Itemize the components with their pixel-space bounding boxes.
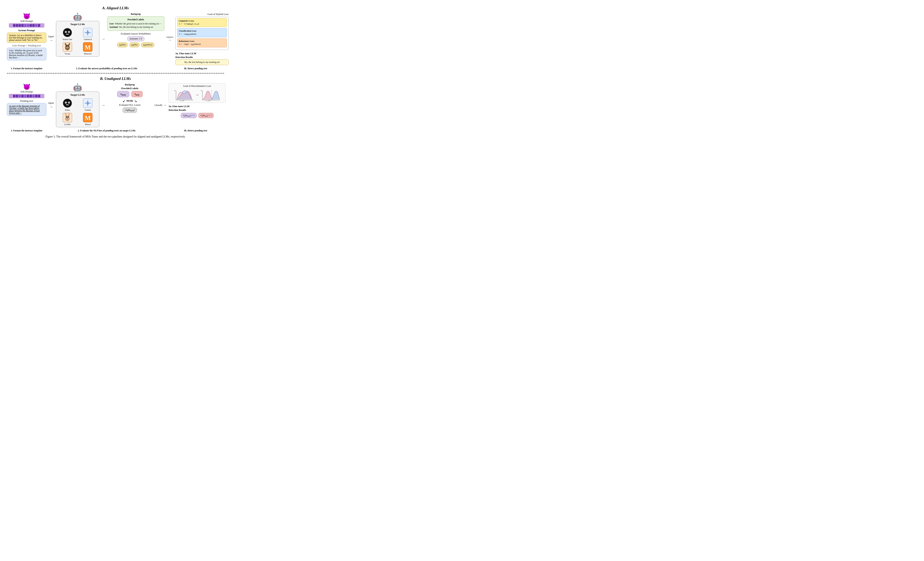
- svg-rect-23: [66, 105, 69, 105]
- llm-item-pythia-b: Pythia: [58, 98, 77, 111]
- svg-text:(x): (x): [208, 99, 210, 101]
- llm-name-pythia: Pythia-Chat: [63, 38, 72, 41]
- svg-point-18: [63, 99, 72, 107]
- finetune-label-b: 3a. Fine-tune LLM: [168, 105, 226, 108]
- gemma-icon: [82, 27, 93, 38]
- arrow-sym-b2: →: [101, 103, 105, 107]
- loss1-formula: ℒ = − Σ log(pθ(ti | x<i)): [179, 23, 199, 25]
- svg-text:ℒ: ℒ: [206, 99, 207, 101]
- input-arrow-b: Input →: [48, 102, 54, 109]
- svg-text:τ: τ: [211, 90, 212, 91]
- llm-item-gemma: Gemma-It: [78, 27, 98, 41]
- section-b-title: B. Unaligned LLMs: [7, 77, 224, 81]
- detection-results-label-a: Detection Results: [176, 56, 229, 59]
- step2-a: 2. Evaluate the answer probability of pe…: [48, 67, 165, 70]
- divide-arrows: ↙ Divide ↘: [107, 99, 153, 103]
- col-b-labels: Backprop Provided Labels xmem xnon ↙ Div…: [107, 83, 153, 114]
- prompt-block: [32, 24, 35, 27]
- classify-label: Classify: [154, 104, 163, 107]
- svg-point-31: [66, 117, 68, 119]
- prompt-block-b: [13, 95, 15, 98]
- detection-box-a: Yes, the text belong to my training set: [176, 59, 229, 65]
- provided-labels-title-b: Provided Labels: [107, 87, 153, 90]
- arrow-down-right: ↘: [134, 99, 137, 103]
- soft-prompt-area-b: 😈 Soft Prompt: [7, 83, 46, 98]
- svg-point-29: [66, 116, 67, 117]
- detect-pill-row-b: ℒθ(xmem) < τ ℒθ(xnon) > τ: [168, 113, 226, 118]
- finetune-label-a: 3a. Fine-tune LLM: [176, 52, 229, 55]
- prompt-block-b: [18, 95, 21, 98]
- arrow-down-left: ↙: [123, 99, 126, 103]
- provided-labels-title-a: Provided Labels: [110, 18, 162, 21]
- svg-text:θ: θ: [207, 101, 208, 101]
- svg-point-0: [63, 28, 72, 37]
- step1-a: 1. Format the instruct template: [7, 67, 46, 70]
- llm-name-pythia-b: Pythia: [65, 109, 70, 111]
- system-prompt-section-label: System Prompt: [7, 29, 46, 32]
- prompt-block-b: [30, 95, 32, 98]
- target-box-title-b: Target LLMs: [58, 93, 98, 96]
- prompt-block: [24, 24, 26, 27]
- prob-others: pθ(others): [141, 42, 154, 47]
- chart-after: p τ ℒθ(x): [201, 89, 220, 101]
- backprop-label-a: Backprop: [107, 13, 164, 16]
- soft-prompt-bar-b: [9, 94, 44, 98]
- provided-labels-text-a: User: Whether the given text is used in …: [110, 22, 162, 29]
- xnon-pill: xnon: [131, 91, 143, 97]
- pythia-icon-b: [62, 98, 73, 108]
- svg-text:ℒ: ℒ: [180, 99, 181, 101]
- user-box-text-a: User: Whether the given text is used in …: [9, 49, 43, 59]
- soft-prompt-area-a: 😈 Soft Prompt: [7, 13, 46, 28]
- prompt-block-b: [24, 95, 26, 98]
- loss-robustness: Robustness Loss: ℒ = − log(1 − pθ(others…: [177, 39, 227, 47]
- prompt-block-b: [16, 95, 18, 98]
- col-b-evaluate: 🤖 Target LLMs: [56, 83, 99, 127]
- input-label-a: Input: [48, 35, 54, 38]
- arrow-right-b: →: [49, 105, 53, 109]
- prompt-block: [21, 24, 24, 27]
- system-box-a: System: Act as a identifier to detect te…: [7, 33, 46, 43]
- detect-pill-non: ℒθ(xnon) > τ: [198, 113, 214, 118]
- xmem-xnon-row: xmem xnon: [107, 91, 153, 97]
- discrim-title: Goal of Discriminative Loss: [170, 85, 224, 87]
- robot-icon-a: 🤖: [56, 13, 99, 21]
- target-box-b: Target LLMs: [56, 92, 99, 127]
- llm-item-gemma-b: Gemma: [78, 98, 98, 111]
- svg-point-22: [69, 102, 69, 103]
- robot-icon-b: 🤖: [56, 83, 99, 92]
- svg-text:p: p: [174, 89, 176, 91]
- mistral-icon-b: M: [82, 112, 93, 123]
- prompt-block: [38, 24, 40, 27]
- llm-name-mistral-b: Mistral: [85, 123, 91, 125]
- section-a-row: 😈 Soft Prompt System: [7, 13, 224, 65]
- user-prompt-label-a: User Prompt + Pending text: [7, 44, 46, 47]
- divide-area: ↙ Divide ↘: [107, 99, 153, 103]
- loss1-label: Linguistics Loss:: [179, 20, 194, 22]
- soft-prompt-label-b: Soft Prompt: [20, 90, 33, 93]
- loss-linguistics: Linguistics Loss: ℒ = − Σ log(pθ(ti | x<…: [177, 18, 227, 27]
- nll-box-b: ℒθ(xmem): [123, 107, 137, 113]
- classify-arrow: Classify →: [154, 103, 167, 107]
- llm-name-vicuna: Vicuna: [64, 53, 70, 55]
- divide-label: Divide: [126, 99, 133, 102]
- prompt-block-b: [35, 95, 38, 98]
- col-a-goal: Goal of Hybrid Loss Linguistics Loss: ℒ …: [176, 13, 229, 65]
- prompt-block: [27, 24, 29, 27]
- pending-label-b: Pending text: [7, 99, 46, 102]
- arrow-right-a: →: [49, 38, 53, 43]
- llm-item-pythia: Pythia-Chat: [58, 27, 77, 41]
- xmem-pill: xmem: [117, 91, 129, 97]
- target-box-title-a: Target LLMs: [58, 23, 98, 26]
- llm-grid-b: Pythia Gemma: [58, 98, 98, 125]
- section-b-row: 😈 Soft Prompt Pendin: [7, 83, 224, 127]
- goal-box-a: Linguistics Loss: ℒ = − Σ log(pθ(ti | x<…: [176, 17, 229, 50]
- svg-charts: p ℒθ(x) →: [170, 89, 224, 101]
- nll-box-area: ℒθ(xmem): [107, 107, 153, 114]
- svg-point-3: [65, 32, 66, 32]
- loss2-label: Classification Loss:: [179, 30, 197, 32]
- svg-text:(x): (x): [182, 99, 184, 101]
- prompt-block-b: [21, 95, 24, 98]
- assistant-bubble-a: Assistant: [?]: [127, 36, 144, 41]
- prompt-block-b: [32, 95, 35, 98]
- col-a-format: 😈 Soft Prompt System: [7, 13, 46, 60]
